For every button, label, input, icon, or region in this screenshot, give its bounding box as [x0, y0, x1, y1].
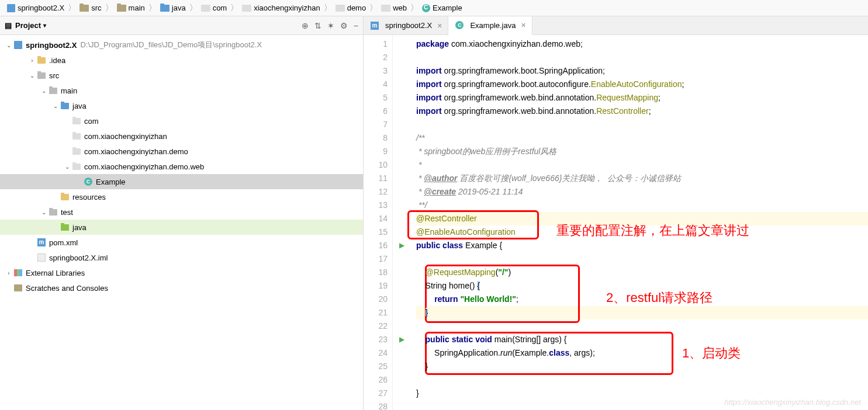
- gutter-mark: [393, 212, 410, 225]
- tree-label: .idea: [49, 56, 65, 65]
- code-line-23[interactable]: public static void main(String[] args) {: [416, 333, 868, 346]
- project-view-switcher[interactable]: ▤ Project ▾: [5, 21, 46, 30]
- pkg-icon: [336, 5, 345, 12]
- breadcrumb-item-example[interactable]: Example: [420, 4, 465, 12]
- tree-item-java[interactable]: java: [0, 220, 363, 235]
- breadcrumb-label: src: [91, 4, 101, 12]
- tree-item-springboot2-x-iml[interactable]: springboot2.X.iml: [0, 250, 363, 265]
- code-line-4[interactable]: import org.springframework.boot.autoconf…: [416, 78, 868, 91]
- code-line-10[interactable]: *: [416, 158, 868, 172]
- project-tree[interactable]: ⌄springboot2.XD:\JD_Program\JD_files\JD_…: [0, 35, 363, 410]
- breadcrumb-item-main[interactable]: main: [115, 4, 147, 12]
- code-line-17[interactable]: [416, 252, 868, 266]
- editor-tab-springboot2-x[interactable]: mspringboot2.X×: [364, 16, 448, 34]
- folder-icon: [117, 5, 126, 12]
- code-line-7[interactable]: [416, 118, 868, 131]
- sidebar-tool-2[interactable]: ✶: [327, 21, 334, 30]
- breadcrumb-item-demo[interactable]: demo: [333, 4, 369, 12]
- expand-arrow-icon[interactable]: ⌄: [51, 103, 60, 109]
- code-line-26[interactable]: [416, 373, 868, 387]
- expand-arrow-icon[interactable]: ⌄: [40, 209, 48, 216]
- tree-external-libraries[interactable]: ›External Libraries: [0, 265, 363, 280]
- code-line-20[interactable]: return "Hello World!";: [416, 293, 868, 306]
- code-line-18[interactable]: @RequestMapping("/"): [416, 266, 868, 279]
- code-line-19[interactable]: String home() {: [416, 279, 868, 293]
- breadcrumb-separator: 〉: [410, 3, 419, 13]
- tree-item-com-xiaochengxinyizhan-demo-web[interactable]: ⌄com.xiaochengxinyizhan.demo.web: [0, 159, 363, 174]
- code-line-6[interactable]: import org.springframework.web.bind.anno…: [416, 105, 868, 118]
- code-line-8[interactable]: /**: [416, 131, 868, 145]
- breadcrumb-item-springboot2.x[interactable]: springboot2.X: [5, 4, 67, 12]
- code-line-11[interactable]: * @author 百度谷歌可搜{wolf_love666}关注我呦， 公众号：…: [416, 172, 868, 185]
- close-icon[interactable]: ×: [437, 21, 442, 30]
- code-line-5[interactable]: import org.springframework.web.bind.anno…: [416, 91, 868, 105]
- folder-blue-icon: [60, 101, 70, 110]
- gutter-mark: [393, 360, 410, 373]
- tree-item--idea[interactable]: ›.idea: [0, 53, 363, 68]
- folder-blue-icon: [160, 5, 170, 12]
- close-icon[interactable]: ×: [521, 20, 525, 30]
- sidebar-title-label: Project: [15, 21, 41, 30]
- breadcrumb-label: web: [393, 4, 407, 12]
- breadcrumb-item-web[interactable]: web: [379, 4, 409, 12]
- editor-tab-example-java[interactable]: CExample.java×: [448, 16, 532, 35]
- code-line-3[interactable]: import org.springframework.boot.SpringAp…: [416, 64, 868, 78]
- tree-item-java[interactable]: ⌄java: [0, 98, 363, 113]
- code-line-2[interactable]: [416, 51, 868, 64]
- code-line-14[interactable]: @RestController: [416, 212, 868, 225]
- expand-arrow-icon[interactable]: ⌄: [40, 88, 48, 94]
- tree-item-resources[interactable]: resources: [0, 189, 363, 204]
- tree-item-test[interactable]: ⌄test: [0, 204, 363, 220]
- breadcrumb: springboot2.X〉src〉main〉java〉com〉xiaochen…: [0, 0, 868, 16]
- breadcrumb-item-java[interactable]: java: [158, 4, 188, 12]
- tree-item-com-xiaochengxinyizhan[interactable]: com.xiaochengxinyizhan: [0, 128, 363, 144]
- expand-arrow-icon[interactable]: ⌄: [63, 164, 71, 170]
- tree-item-src[interactable]: ⌄src: [0, 68, 363, 83]
- expand-arrow-icon[interactable]: ›: [28, 57, 36, 64]
- tree-item-com-xiaochengxinyizhan-demo[interactable]: com.xiaochengxinyizhan.demo: [0, 144, 363, 159]
- line-number: 7: [364, 118, 388, 131]
- line-number: 11: [364, 172, 388, 185]
- tree-item-main[interactable]: ⌄main: [0, 83, 363, 98]
- editor-body[interactable]: 1234567891011121314151617181920212223242…: [364, 35, 868, 410]
- code-line-15[interactable]: @EnableAutoConfiguration: [416, 225, 868, 239]
- breadcrumb-item-com[interactable]: com: [199, 4, 230, 12]
- pkg-icon: [381, 5, 390, 12]
- tree-scratches[interactable]: Scratches and Consoles: [0, 280, 363, 296]
- folder-icon: [79, 5, 89, 12]
- class-icon: [422, 4, 430, 12]
- code-line-16[interactable]: public class Example {: [416, 239, 868, 252]
- sidebar-tool-0[interactable]: ⊕: [302, 21, 309, 30]
- code-line-22[interactable]: [416, 319, 868, 333]
- code-line-1[interactable]: package com.xiaochengxinyizhan.demo.web;: [416, 37, 868, 51]
- code-line-13[interactable]: **/: [416, 199, 868, 212]
- tree-item-com[interactable]: com: [0, 113, 363, 128]
- expand-arrow-icon[interactable]: ⌄: [28, 72, 36, 79]
- tree-item-example[interactable]: CExample: [0, 174, 363, 189]
- code-line-25[interactable]: }: [416, 360, 868, 373]
- sidebar-tool-1[interactable]: ⇅: [314, 21, 321, 30]
- tree-path: D:\JD_Program\JD_files\JD_Demo项目\springb…: [80, 40, 262, 50]
- code-line-9[interactable]: * springboot的web应用例子restful风格: [416, 145, 868, 158]
- code-area[interactable]: 重要的配置注解，在上篇文章讲过 2、restful请求路径 1、启动类 pack…: [410, 35, 868, 410]
- code-line-24[interactable]: SpringApplication.run(Example.class, arg…: [416, 346, 868, 360]
- breadcrumb-item-xiaochengxinyizhan[interactable]: xiaochengxinyizhan: [240, 4, 322, 12]
- tree-label: External Libraries: [26, 269, 85, 277]
- run-gutter-icon[interactable]: ▶: [393, 239, 410, 252]
- line-number: 14: [364, 212, 388, 225]
- line-number: 22: [364, 319, 388, 333]
- line-number: 15: [364, 225, 388, 239]
- sidebar-tool-4[interactable]: −: [354, 21, 358, 30]
- gutter-mark: [393, 319, 410, 333]
- code-line-12[interactable]: * @create 2019-05-21 11:14: [416, 185, 868, 199]
- code-line-21[interactable]: }: [416, 306, 868, 319]
- breadcrumb-separator: 〉: [369, 3, 378, 13]
- tree-root[interactable]: ⌄springboot2.XD:\JD_Program\JD_files\JD_…: [0, 37, 363, 53]
- line-number: 9: [364, 145, 388, 158]
- sidebar-tool-3[interactable]: ⚙: [340, 21, 348, 30]
- run-gutter-icon[interactable]: ▶: [393, 333, 410, 346]
- tree-item-pom-xml[interactable]: mpom.xml: [0, 235, 363, 250]
- tree-label: pom.xml: [49, 238, 78, 247]
- breadcrumb-item-src[interactable]: src: [77, 4, 103, 12]
- line-number: 6: [364, 105, 388, 118]
